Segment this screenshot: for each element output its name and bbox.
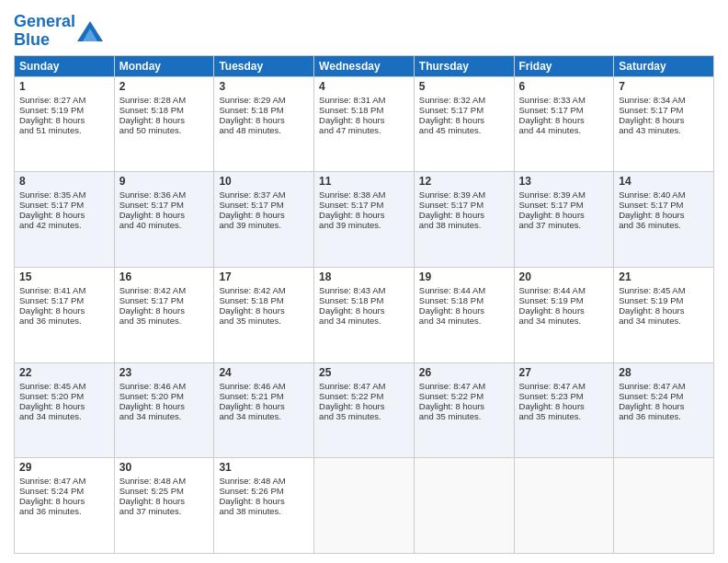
cell-line: Sunrise: 8:47 AM [519,381,609,391]
calendar-cell: 11Sunrise: 8:38 AMSunset: 5:17 PMDayligh… [314,172,415,268]
cell-line: and 45 minutes. [419,125,509,135]
cell-line: and 39 minutes. [319,220,409,230]
day-number: 21 [619,270,709,283]
calendar-cell: 18Sunrise: 8:43 AMSunset: 5:18 PMDayligh… [314,267,415,362]
day-header-sunday: Sunday [15,55,115,76]
cell-line: Daylight: 8 hours [619,210,709,220]
cell-line: Sunrise: 8:43 AM [319,285,409,295]
cell-line: and 34 minutes. [519,316,609,326]
day-number: 25 [319,366,409,379]
cell-line: Sunset: 5:19 PM [519,295,609,305]
day-number: 24 [219,366,309,379]
cell-line: Daylight: 8 hours [119,210,210,220]
calendar-cell: 29Sunrise: 8:47 AMSunset: 5:24 PMDayligh… [15,458,115,554]
calendar-cell: 26Sunrise: 8:47 AMSunset: 5:22 PMDayligh… [414,362,514,458]
day-number: 20 [519,270,609,283]
day-number: 28 [619,366,709,379]
logo: General Blue [14,13,103,50]
cell-line: Sunrise: 8:47 AM [419,381,509,391]
cell-line: Daylight: 8 hours [519,401,609,411]
cell-line: Sunset: 5:21 PM [219,391,309,401]
calendar-cell: 27Sunrise: 8:47 AMSunset: 5:23 PMDayligh… [514,362,614,458]
cell-line: Daylight: 8 hours [419,115,509,125]
cell-line: Sunrise: 8:41 AM [19,285,109,295]
cell-line: Sunrise: 8:35 AM [19,190,109,200]
day-number: 14 [619,175,709,188]
cell-line: Sunrise: 8:33 AM [519,95,609,105]
cell-line: and 36 minutes. [619,411,709,421]
cell-line: and 35 minutes. [219,316,309,326]
cell-line: Sunrise: 8:48 AM [119,476,210,486]
cell-line: Sunset: 5:22 PM [419,391,509,401]
calendar-body: 1Sunrise: 8:27 AMSunset: 5:19 PMDaylight… [15,76,714,553]
day-number: 31 [219,461,309,474]
cell-line: Sunset: 5:17 PM [419,105,509,115]
day-header-thursday: Thursday [414,55,514,76]
cell-line: Sunset: 5:17 PM [619,105,709,115]
day-number: 17 [219,270,309,283]
cell-line: and 38 minutes. [419,220,509,230]
cell-line: Sunset: 5:17 PM [419,200,509,210]
cell-line: Daylight: 8 hours [119,496,210,506]
header: General Blue [14,9,714,50]
calendar-table: SundayMondayTuesdayWednesdayThursdayFrid… [14,55,714,554]
cell-line: Daylight: 8 hours [519,305,609,316]
day-number: 6 [519,80,609,93]
day-number: 13 [519,175,609,188]
cell-line: and 37 minutes. [519,220,609,230]
day-header-saturday: Saturday [614,55,714,76]
cell-line: Daylight: 8 hours [219,401,309,411]
calendar-cell: 8Sunrise: 8:35 AMSunset: 5:17 PMDaylight… [15,172,115,268]
calendar-cell: 24Sunrise: 8:46 AMSunset: 5:21 PMDayligh… [214,362,314,458]
cell-line: Daylight: 8 hours [119,305,210,316]
cell-line: Sunset: 5:22 PM [319,391,409,401]
cell-line: Sunrise: 8:46 AM [219,381,309,391]
day-number: 11 [319,175,409,188]
cell-line: Sunset: 5:18 PM [119,105,210,115]
calendar-cell [514,458,614,554]
cell-line: and 44 minutes. [519,125,609,135]
cell-line: Daylight: 8 hours [419,210,509,220]
cell-line: Daylight: 8 hours [419,305,509,316]
cell-line: Daylight: 8 hours [319,210,409,220]
day-number: 12 [419,175,509,188]
day-number: 18 [319,270,409,283]
week-row-5: 29Sunrise: 8:47 AMSunset: 5:24 PMDayligh… [15,458,714,554]
cell-line: Sunrise: 8:47 AM [619,381,709,391]
cell-line: Daylight: 8 hours [119,401,210,411]
calendar-cell: 10Sunrise: 8:37 AMSunset: 5:17 PMDayligh… [214,172,314,268]
cell-line: Sunrise: 8:42 AM [119,285,210,295]
cell-line: Sunset: 5:19 PM [19,105,109,115]
cell-line: and 38 minutes. [219,506,309,516]
logo-blue: Blue [14,30,50,49]
cell-line: and 35 minutes. [319,411,409,421]
calendar-cell: 22Sunrise: 8:45 AMSunset: 5:20 PMDayligh… [15,362,115,458]
cell-line: Sunset: 5:17 PM [119,295,210,305]
calendar-cell: 3Sunrise: 8:29 AMSunset: 5:18 PMDaylight… [214,76,314,172]
cell-line: and 35 minutes. [119,316,210,326]
cell-line: Sunrise: 8:47 AM [319,381,409,391]
calendar-cell: 5Sunrise: 8:32 AMSunset: 5:17 PMDaylight… [414,76,514,172]
day-number: 1 [19,80,109,93]
calendar-cell: 15Sunrise: 8:41 AMSunset: 5:17 PMDayligh… [15,267,115,362]
cell-line: Daylight: 8 hours [219,305,309,316]
cell-line: Sunrise: 8:38 AM [319,190,409,200]
day-number: 15 [19,270,109,283]
cell-line: Sunrise: 8:47 AM [19,476,109,486]
cell-line: Daylight: 8 hours [19,305,109,316]
cell-line: Sunset: 5:18 PM [419,295,509,305]
cell-line: Daylight: 8 hours [19,210,109,220]
cell-line: and 35 minutes. [519,411,609,421]
cell-line: Sunrise: 8:48 AM [219,476,309,486]
cell-line: Sunset: 5:23 PM [519,391,609,401]
cell-line: Sunrise: 8:27 AM [19,95,109,105]
day-number: 27 [519,366,609,379]
calendar-cell: 20Sunrise: 8:44 AMSunset: 5:19 PMDayligh… [514,267,614,362]
cell-line: and 51 minutes. [19,125,109,135]
cell-line: Sunset: 5:25 PM [119,486,210,496]
calendar-cell: 23Sunrise: 8:46 AMSunset: 5:20 PMDayligh… [114,362,214,458]
week-row-1: 1Sunrise: 8:27 AMSunset: 5:19 PMDaylight… [15,76,714,172]
cell-line: and 34 minutes. [619,316,709,326]
cell-line: Sunset: 5:18 PM [319,105,409,115]
calendar-cell: 12Sunrise: 8:39 AMSunset: 5:17 PMDayligh… [414,172,514,268]
